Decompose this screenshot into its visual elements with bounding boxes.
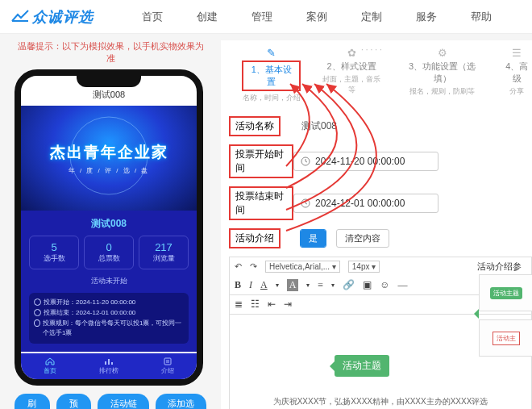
label-intro: 活动介绍 [229,228,281,248]
template-card-2[interactable]: 活动主 [479,319,532,357]
hr-icon[interactable]: — [397,279,407,291]
settings-form: 活动名称 测试008 投票开始时间 2024-11-20 00:00:00 投票… [229,116,532,409]
tab-home[interactable]: 首页 [21,353,80,379]
preview-column: 温馨提示：以下为模拟效果，以手机实物效果为准 测试008 杰出青年企业家 年 /… [15,40,206,409]
step-func[interactable]: ⚙3、功能设置（选填）报名，规则，防刷等 [402,47,483,103]
info-box: 投票开始：2024-11-20 00:00:00 投票结束：2024-12-01… [29,293,189,344]
settings-panel: ····· ✎ 1、基本设置 名称，时间，介绍 ✿2、样式设置封面，主题，音乐等… [221,40,532,409]
editor-sample-text: 为庆祝XXXX节，弘扬XXXX精神，由XXXX主办的XXXX评选 [236,396,525,407]
link-button[interactable]: 活动链接 [98,394,148,409]
stat-views: 217浏览量 [139,236,189,269]
end-time-input[interactable]: 2024-12-01 00:00:00 [293,194,438,213]
phone-title: 测试008 [21,89,197,101]
tab-rank[interactable]: 排行榜 [80,353,139,379]
step-nav: ✎ 1、基本设置 名称，时间，介绍 ✿2、样式设置封面，主题，音乐等 ⚙3、功能… [229,47,532,108]
refresh-button[interactable]: 刷新 [15,394,50,409]
step-adv[interactable]: ☰4、高级分享 [502,47,532,103]
nav-custom[interactable]: 定制 [361,10,382,24]
step-basic[interactable]: ✎ 1、基本设置 名称，时间，介绍 [242,47,301,103]
preview-buttons: 刷新 预览 活动链接 添加选手 [15,394,206,409]
add-player-button[interactable]: 添加选手 [156,394,206,409]
clock-icon [301,198,310,208]
svg-rect-0 [164,358,171,365]
font-size-select[interactable]: 14px ▾ [348,261,380,273]
font-color-icon[interactable]: A [260,279,268,291]
template-sidebar: 活动主题 活动主 [479,271,532,357]
indent-icon[interactable]: ⇥ [284,298,292,311]
redo-icon[interactable]: ↷ [250,261,257,272]
italic-icon[interactable]: I [249,279,252,291]
logo-icon [11,10,29,24]
image-icon[interactable]: ▣ [363,279,372,291]
clock-icon [301,157,310,166]
stat-votes: 0总票数 [84,236,134,269]
logo-text: 众诚评选 [32,7,94,27]
phone-tabs: 首页 排行榜 介绍 [21,353,197,379]
nav-home[interactable]: 首页 [142,10,163,24]
stat-players: 5选手数 [29,236,79,269]
nav-create[interactable]: 创建 [197,10,218,24]
emoji-icon[interactable]: ☺ [380,279,389,291]
clock-icon [34,298,41,306]
nav-case[interactable]: 案例 [306,10,327,24]
phone-frame: 测试008 杰出青年企业家 年 / 度 / 评 / 选 / 盘 测试008 5选… [15,69,203,386]
status-line: 活动未开始 [29,276,189,286]
app-header: 众诚评选 首页 创建 管理 案例 定制 服务 帮助 [0,0,532,34]
intro-toggle[interactable]: 是 [300,229,326,248]
banner-subtitle: 年 / 度 / 评 / 选 / 盘 [69,166,150,175]
nav-manage[interactable]: 管理 [251,10,272,24]
gear-icon: ⚙ [402,47,483,59]
nav-help[interactable]: 帮助 [471,10,492,24]
outdent-icon[interactable]: ⇤ [268,298,276,311]
font-family-select[interactable]: Helvetica,Arial,... ▾ [265,261,340,273]
label-name: 活动名称 [229,116,281,136]
panel-title: 测试008 [29,217,189,231]
star-icon: ✿ [320,47,382,59]
top-nav: 首页 创建 管理 案例 定制 服务 帮助 [142,10,492,24]
clock-icon [34,319,40,327]
banner: 杰出青年企业家 年 / 度 / 评 / 选 / 盘 [21,106,197,211]
clock-icon [34,309,41,316]
start-time-input[interactable]: 2024-11-20 00:00:00 [293,152,438,171]
activity-name-value[interactable]: 测试008 [301,119,337,133]
label-end: 投票结束时间 [229,186,293,220]
more-icon: ☰ [502,47,532,59]
undo-icon[interactable]: ↶ [235,261,242,272]
theme-tag[interactable]: 活动主题 [335,355,389,377]
preview-tip: 温馨提示：以下为模拟效果，以手机实物效果为准 [15,40,206,65]
link-icon[interactable]: 🔗 [343,279,355,291]
logo: 众诚评选 [11,7,94,27]
bold-icon[interactable]: B [235,279,241,291]
banner-title: 杰出青年企业家 [50,142,168,163]
vote-panel: 测试008 5选手数 0总票数 217浏览量 活动未开始 投票开始：2024-1… [21,211,197,352]
align-icon[interactable]: ≡ [318,279,323,291]
template-card-1[interactable]: 活动主题 [479,274,532,311]
tab-intro[interactable]: 介绍 [138,353,197,379]
ul-icon[interactable]: ≣ [235,298,243,311]
step-style[interactable]: ✿2、样式设置封面，主题，音乐等 [320,47,382,103]
ol-icon[interactable]: ☷ [251,298,260,311]
bg-color-icon[interactable]: A [287,279,299,291]
edit-icon: ✎ [242,47,301,59]
phone-notch [77,76,141,87]
nav-service[interactable]: 服务 [416,10,437,24]
clear-button[interactable]: 清空内容 [336,229,389,248]
preview-button[interactable]: 预览 [56,394,92,409]
label-start: 投票开始时间 [229,144,293,178]
